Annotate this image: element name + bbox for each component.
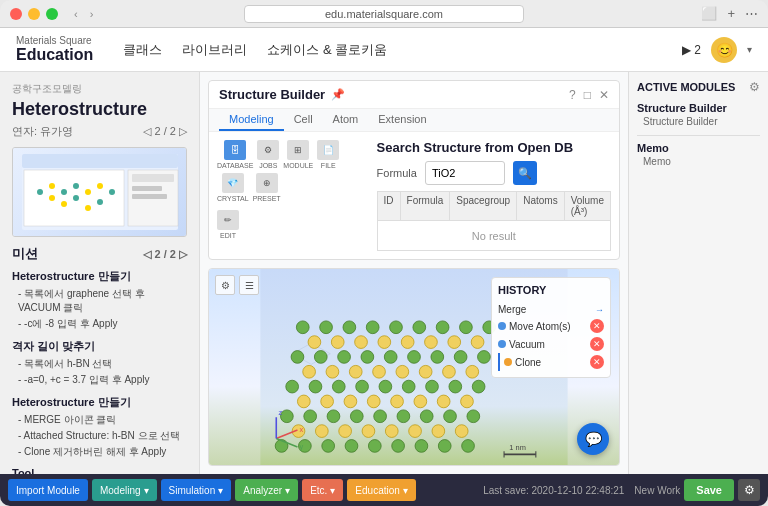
svg-point-32 <box>355 336 368 349</box>
svg-point-47 <box>303 365 316 378</box>
save-button[interactable]: Save <box>684 479 734 501</box>
minimize-button[interactable] <box>28 8 40 20</box>
nav-showcase[interactable]: 쇼케이스 & 콜로키움 <box>267 37 387 63</box>
svg-point-12 <box>85 205 91 211</box>
search-button[interactable]: 🔍 <box>513 161 537 185</box>
close-button[interactable] <box>10 8 22 20</box>
svg-point-33 <box>378 336 391 349</box>
mission-nav[interactable]: ◁ 2 / 2 ▷ <box>143 248 187 261</box>
svg-text:1 nm: 1 nm <box>509 443 525 452</box>
formula-input[interactable] <box>425 161 505 185</box>
tool-crystal-label: CRYSTAL <box>217 195 249 202</box>
chat-button[interactable]: 💬 <box>577 423 609 455</box>
app-container: Materials Square Education 클래스 라이브러리 쇼케이… <box>0 28 768 506</box>
tool-crystal[interactable]: 💎 CRYSTAL <box>217 173 249 202</box>
tool-module-label: MODULE <box>283 162 313 169</box>
tool-module[interactable]: ⊞ MODULE <box>283 140 313 169</box>
svg-rect-16 <box>132 174 174 182</box>
svg-point-56 <box>309 380 322 393</box>
svg-point-69 <box>414 395 427 408</box>
vacuum-delete[interactable]: ✕ <box>590 337 604 351</box>
tool-preset[interactable]: ⊕ PRESET <box>253 173 281 202</box>
tool-file[interactable]: 📄 FILE <box>317 140 339 169</box>
share-icon[interactable]: ⬜ <box>701 6 717 21</box>
analyzer-button[interactable]: Analyzer ▾ <box>235 479 298 501</box>
module-structure-builder-sub: Structure Builder <box>637 116 760 127</box>
mission-group-title-3: Heterostructure 만들기 <box>12 395 187 410</box>
avatar[interactable]: 😊 <box>711 37 737 63</box>
merge-arrow[interactable]: → <box>595 305 604 315</box>
sidebar-meta: 연자: 유가영 ◁ 2 / 2 ▷ <box>12 124 187 139</box>
etc-button[interactable]: Etc. ▾ <box>302 479 343 501</box>
tool-jobs[interactable]: ⚙ JOBS <box>257 140 279 169</box>
svg-point-80 <box>467 410 480 423</box>
moveatom-delete[interactable]: ✕ <box>590 319 604 333</box>
clone-badge <box>504 358 512 366</box>
svg-point-6 <box>49 195 55 201</box>
mission-group-title-1: Heterostructure 만들기 <box>12 269 187 284</box>
nav-library[interactable]: 라이브러리 <box>182 37 247 63</box>
tool-database[interactable]: 🗄 DATABASE <box>217 140 253 169</box>
history-item-vacuum: Vacuum ✕ <box>498 335 604 353</box>
bottom-toolbar: Import Module Modeling ▾ Simulation ▾ An… <box>0 474 768 506</box>
education-label: Education <box>355 485 399 496</box>
results-table: ID Formula Spacegroup Natoms Volume (Å³)… <box>377 191 611 251</box>
active-modules-title: ACTIVE MODULES <box>637 81 735 93</box>
forward-arrow[interactable]: › <box>86 6 98 22</box>
svg-point-78 <box>420 410 433 423</box>
tool-row: 🗄 DATABASE ⚙ JOBS ⊞ MODULE <box>217 140 369 202</box>
help-icon[interactable]: ? <box>569 88 576 102</box>
tab-cell[interactable]: Cell <box>284 109 323 131</box>
view-3d[interactable]: ⚙ ☰ <box>208 268 620 466</box>
svg-point-97 <box>462 440 475 453</box>
tab-atom[interactable]: Atom <box>323 109 369 131</box>
mission-group-4: Tool <box>12 467 187 474</box>
tool-edit[interactable]: ✏ EDIT <box>217 210 239 239</box>
tool-jobs-label: JOBS <box>259 162 277 169</box>
history-title: HISTORY <box>498 284 604 296</box>
col-formula: Formula <box>401 192 451 220</box>
svg-point-42 <box>384 351 397 364</box>
play-button[interactable]: ▶ 2 <box>682 43 701 57</box>
bottom-settings-button[interactable]: ⚙ <box>738 479 760 501</box>
back-arrow[interactable]: ‹ <box>70 6 82 22</box>
svg-point-49 <box>349 365 362 378</box>
list-view-btn[interactable]: ☰ <box>239 275 259 295</box>
more-icon[interactable]: ⋯ <box>745 6 758 21</box>
mission-header: 미션 ◁ 2 / 2 ▷ <box>12 245 187 263</box>
address-bar[interactable]: edu.materialsquare.com <box>244 5 524 23</box>
center-area: Structure Builder 📌 ? □ ✕ Modeling Cell … <box>200 72 628 474</box>
svg-point-87 <box>432 425 445 438</box>
view-controls: ⚙ ☰ <box>215 275 259 295</box>
svg-rect-17 <box>132 186 162 191</box>
tab-modeling[interactable]: Modeling <box>219 109 284 131</box>
svg-point-10 <box>97 183 103 189</box>
module-memo-title: Memo <box>637 142 760 154</box>
svg-point-65 <box>321 395 334 408</box>
avatar-chevron[interactable]: ▾ <box>747 44 752 55</box>
svg-point-57 <box>332 380 345 393</box>
settings-view-btn[interactable]: ⚙ <box>215 275 235 295</box>
page-nav[interactable]: ◁ 2 / 2 ▷ <box>143 125 187 138</box>
expand-icon[interactable]: □ <box>584 88 591 102</box>
svg-point-79 <box>444 410 457 423</box>
nav-class[interactable]: 클래스 <box>123 37 162 63</box>
svg-point-31 <box>331 336 344 349</box>
modeling-button[interactable]: Modeling ▾ <box>92 479 157 501</box>
import-module-button[interactable]: Import Module <box>8 479 88 501</box>
close-icon[interactable]: ✕ <box>599 88 609 102</box>
right-panel-gear-icon[interactable]: ⚙ <box>749 80 760 94</box>
maximize-button[interactable] <box>46 8 58 20</box>
pin-icon[interactable]: 📌 <box>331 88 345 101</box>
svg-point-7 <box>73 183 79 189</box>
panel-header: Structure Builder 📌 ? □ ✕ <box>209 81 619 109</box>
svg-point-61 <box>426 380 439 393</box>
add-tab-icon[interactable]: + <box>727 6 735 21</box>
education-button[interactable]: Education ▾ <box>347 479 415 501</box>
results-body: No result <box>377 221 611 251</box>
svg-rect-1 <box>22 154 178 168</box>
svg-point-36 <box>448 336 461 349</box>
tab-extension[interactable]: Extension <box>368 109 436 131</box>
simulation-button[interactable]: Simulation ▾ <box>161 479 232 501</box>
clone-delete[interactable]: ✕ <box>590 355 604 369</box>
